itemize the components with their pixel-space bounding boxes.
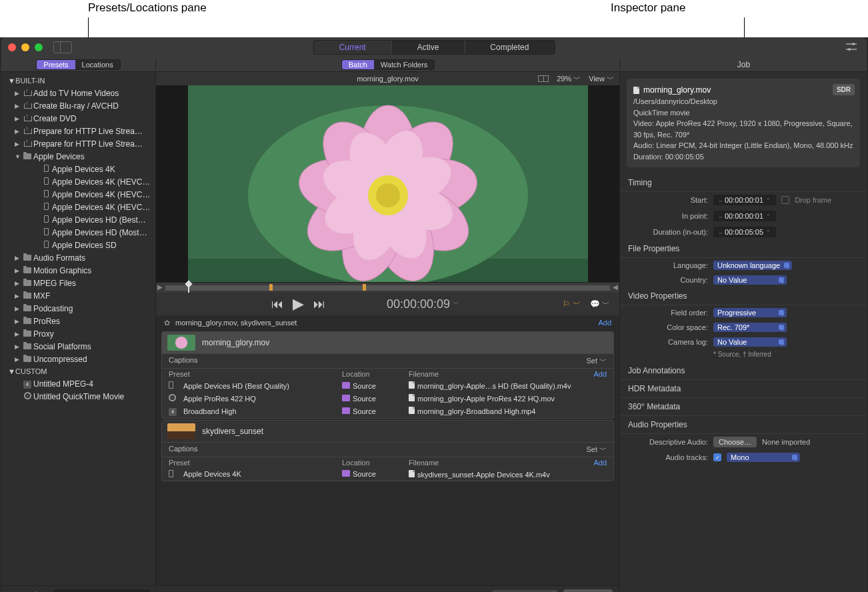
view-menu[interactable]: View ﹀ xyxy=(589,74,614,84)
timeline-end-icon[interactable]: ◀ xyxy=(613,283,618,291)
preset-item[interactable]: ▶ProRes xyxy=(1,315,155,327)
add-output-link[interactable]: Add xyxy=(593,459,607,467)
preset-item[interactable]: Apple Devices 4K xyxy=(1,163,155,175)
preset-label: Create DVD xyxy=(33,114,77,123)
batch-job-card[interactable]: skydivers_sunsetCaptionsSet ﹀PresetLocat… xyxy=(161,420,614,481)
preset-item[interactable]: ▶Create Blu-ray / AVCHD xyxy=(1,99,155,112)
captions-set-button[interactable]: Set ﹀ xyxy=(586,356,607,366)
segment-completed[interactable]: Completed xyxy=(465,41,554,54)
camera-log-select[interactable]: No Value▴▾ xyxy=(713,337,787,347)
audio-track-checkbox[interactable]: ✓ xyxy=(713,453,721,461)
threesixty-header[interactable]: 360° Metadata xyxy=(620,398,867,416)
job-annotations-header[interactable]: Job Annotations xyxy=(620,362,867,380)
timecode-display[interactable]: 00:00:00:09﹀ xyxy=(387,297,459,311)
output-row[interactable]: Apple Devices 4KSourceskydivers_sunset-A… xyxy=(162,468,613,481)
dropframe-checkbox[interactable] xyxy=(781,196,789,204)
start-field[interactable]: ⌵00:00:00:01⌃ xyxy=(713,195,776,205)
preset-item[interactable]: 4Untitled MPEG-4 xyxy=(1,377,155,390)
tab-watch-folders[interactable]: Watch Folders xyxy=(374,60,435,69)
prev-frame-button[interactable]: ⏮ xyxy=(271,297,283,311)
segment-current[interactable]: Current xyxy=(314,41,392,54)
folder-icon xyxy=(342,470,350,477)
preset-item[interactable]: ▶MPEG Files xyxy=(1,277,155,289)
timeline[interactable]: ▶ ◀ xyxy=(156,282,619,293)
preset-label: Prepare for HTTP Live Strea… xyxy=(33,127,143,136)
timeline-start-icon[interactable]: ▶ xyxy=(157,283,163,291)
preset-item[interactable]: ▶MXF xyxy=(1,289,155,302)
tree-section-header[interactable]: ▼ BUILT-IN xyxy=(1,75,155,87)
preset-item[interactable]: ▶Audio Formats xyxy=(1,251,155,264)
preset-item[interactable]: Apple Devices HD (Best… xyxy=(1,213,155,226)
choose-audio-button[interactable]: Choose… xyxy=(713,437,757,447)
segment-active[interactable]: Active xyxy=(392,41,465,54)
comment-menu-icon[interactable]: 💬 ﹀ xyxy=(590,299,610,310)
minimize-window-button[interactable] xyxy=(21,43,29,51)
process-on-select[interactable]: This Computer ▴▾ xyxy=(492,590,557,593)
preset-item[interactable]: Apple Devices 4K (HEVC… xyxy=(1,188,155,201)
start-batch-button[interactable]: Start Batch xyxy=(563,589,613,593)
preset-item[interactable]: ▶Motion Graphics xyxy=(1,264,155,277)
output-row[interactable]: Apple Devices HD (Best Quality)Sourcemor… xyxy=(162,379,613,392)
search-field[interactable]: ⌕ xyxy=(54,589,150,593)
duration-field[interactable]: ⌵00:00:05:05⌃ xyxy=(713,227,776,237)
device-icon xyxy=(40,177,52,187)
marker-menu-icon[interactable]: ⚐ ﹀ xyxy=(563,299,580,310)
color-space-select[interactable]: Rec. 709*▴▾ xyxy=(713,323,787,332)
preset-label: Proxy xyxy=(33,329,54,339)
tab-presets[interactable]: Presets xyxy=(37,60,75,69)
preset-label: Podcasting xyxy=(33,304,73,313)
tab-locations[interactable]: Locations xyxy=(75,60,120,69)
preset-item[interactable]: Untitled QuickTime Movie xyxy=(1,390,155,403)
preset-item[interactable]: ▶Uncompressed xyxy=(1,353,155,365)
output-location: Source xyxy=(353,470,376,478)
sidebar-toggle-button[interactable] xyxy=(53,41,72,53)
output-row[interactable]: Apple ProRes 422 HQSourcemorning_glory-A… xyxy=(162,392,613,405)
next-frame-button[interactable]: ⏭ xyxy=(313,297,325,311)
add-output-link[interactable]: Add xyxy=(593,370,607,378)
play-button[interactable]: ▶ xyxy=(293,295,304,313)
window-controls xyxy=(8,43,43,51)
country-label: Country: xyxy=(628,276,708,284)
settings-icon[interactable] xyxy=(845,42,857,53)
callout-left: Presets/Locations pane xyxy=(88,1,207,15)
preset-item[interactable]: ▼Apple Devices xyxy=(1,150,155,163)
preset-item[interactable]: ▶Add to TV Home Videos xyxy=(1,87,155,99)
captions-set-button[interactable]: Set ﹀ xyxy=(586,445,607,455)
country-select[interactable]: No Value▴▾ xyxy=(713,275,787,285)
action-menu-button[interactable]: ⚙︎﹀ xyxy=(32,589,47,592)
hdr-metadata-header[interactable]: HDR Metadata xyxy=(620,380,867,398)
close-window-button[interactable] xyxy=(8,43,16,51)
preset-item[interactable]: ▶Prepare for HTTP Live Strea… xyxy=(1,125,155,137)
preset-item[interactable]: ▶Social Platforms xyxy=(1,340,155,353)
preset-item[interactable]: Apple Devices 4K (HEVC… xyxy=(1,175,155,188)
tab-batch[interactable]: Batch xyxy=(342,60,374,69)
tree-section-header[interactable]: ▼ CUSTOM xyxy=(1,365,155,377)
add-job-button[interactable]: Add xyxy=(598,319,611,327)
marker-icon[interactable] xyxy=(269,284,273,291)
folder-icon xyxy=(342,382,350,389)
col-preset-header: Preset xyxy=(169,370,342,378)
batch-job-card[interactable]: morning_glory.movCaptionsSet ﹀PresetLoca… xyxy=(161,331,614,419)
fileprops-header: File Properties xyxy=(620,240,867,258)
preset-item[interactable]: ▶Create DVD xyxy=(1,112,155,125)
audio-track-select[interactable]: Mono▴▾ xyxy=(727,453,800,462)
preset-item[interactable]: Apple Devices SD xyxy=(1,239,155,251)
compare-view-icon[interactable] xyxy=(538,75,549,82)
share-icon xyxy=(21,114,33,123)
add-output-button[interactable]: ＋﹀ xyxy=(163,589,181,593)
folder-icon xyxy=(21,304,33,313)
preset-item[interactable]: ▶Proxy xyxy=(1,327,155,340)
preset-item[interactable]: Apple Devices 4K (HEVC… xyxy=(1,201,155,213)
preset-item[interactable]: Apple Devices HD (Most… xyxy=(1,226,155,239)
transport-controls: ⏮ ▶ ⏭ 00:00:00:09﹀ ⚐ ﹀ 💬 ﹀ xyxy=(156,293,619,315)
add-preset-button[interactable]: ＋﹀ xyxy=(7,589,25,593)
inpoint-field[interactable]: ⌵00:00:00:01⌃ xyxy=(713,211,776,221)
field-order-select[interactable]: Progressive▴▾ xyxy=(713,308,787,317)
preset-item[interactable]: ▶Prepare for HTTP Live Strea… xyxy=(1,137,155,150)
zoom-menu[interactable]: 29% ﹀ xyxy=(557,74,581,84)
language-select[interactable]: Unknown language▴▾ xyxy=(713,261,792,270)
output-row[interactable]: 4Broadband HighSourcemorning_glory-Broad… xyxy=(162,405,613,418)
preset-item[interactable]: ▶Podcasting xyxy=(1,302,155,315)
marker-icon[interactable] xyxy=(363,284,366,291)
zoom-window-button[interactable] xyxy=(35,43,43,51)
